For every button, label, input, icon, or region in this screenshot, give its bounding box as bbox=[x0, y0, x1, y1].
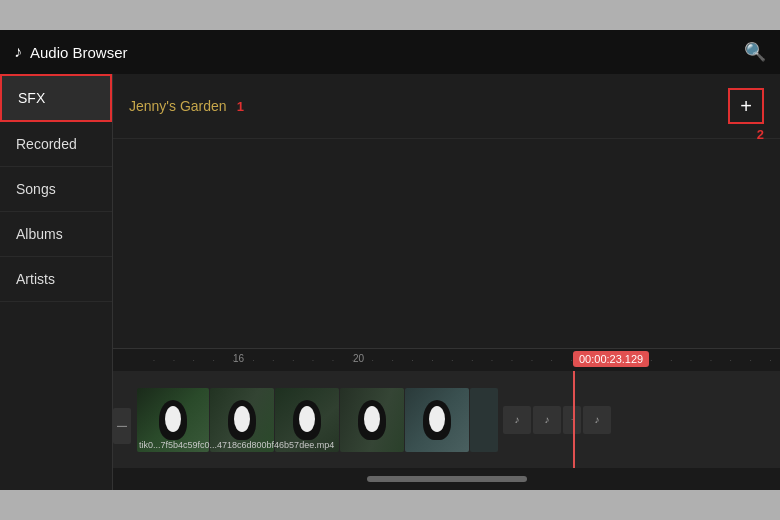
sidebar: SFX Recorded Songs Albums Artists bbox=[0, 74, 113, 490]
horizontal-scrollbar[interactable] bbox=[367, 476, 527, 482]
video-thumb-4-inner bbox=[340, 388, 404, 452]
timeline-ruler: 16 20 · · · · · · · · · · · · · · · · · … bbox=[113, 349, 780, 371]
track-name: Jenny's Garden bbox=[129, 98, 227, 114]
timeline-playhead bbox=[573, 371, 575, 468]
video-thumb-4 bbox=[340, 388, 404, 452]
video-thumb-5 bbox=[405, 388, 469, 452]
penguin-1 bbox=[159, 400, 187, 440]
video-thumb-2 bbox=[210, 388, 274, 452]
sidebar-label-recorded: Recorded bbox=[16, 136, 77, 152]
body: SFX Recorded Songs Albums Artists Jenny'… bbox=[0, 74, 780, 490]
penguin-3 bbox=[293, 400, 321, 440]
video-thumb-5-inner bbox=[405, 388, 469, 452]
video-track: tik0...7f5b4c59fc0...4718c6d800bf46b57de… bbox=[133, 386, 611, 454]
penguin-5 bbox=[423, 400, 451, 440]
video-thumb-6-inner bbox=[470, 388, 498, 452]
penguin-4 bbox=[358, 400, 386, 440]
sidebar-label-albums: Albums bbox=[16, 226, 63, 242]
timeline-content: ≡ bbox=[113, 371, 780, 468]
header-left: ♪ Audio Browser bbox=[14, 43, 128, 61]
sidebar-item-albums[interactable]: Albums bbox=[0, 212, 112, 257]
main-content: Jenny's Garden 1 + 2 16 20 bbox=[113, 74, 780, 490]
add-button-container: + 2 bbox=[728, 88, 764, 124]
sidebar-item-sfx[interactable]: SFX bbox=[0, 74, 112, 122]
content-area bbox=[113, 139, 780, 348]
sidebar-item-songs[interactable]: Songs bbox=[0, 167, 112, 212]
video-thumb-2-inner bbox=[210, 388, 274, 452]
annotation-2: 2 bbox=[757, 127, 764, 142]
penguin-2 bbox=[228, 400, 256, 440]
video-thumb-3 bbox=[275, 388, 339, 452]
video-thumb-1 bbox=[137, 388, 209, 452]
left-track-box-icon: | bbox=[117, 425, 128, 428]
timeline-timestamp: 00:00:23.129 bbox=[573, 351, 649, 367]
audio-icon: ♪ bbox=[14, 43, 22, 61]
header-bar: ♪ Audio Browser 🔍 bbox=[0, 30, 780, 74]
annotation-1: 1 bbox=[237, 99, 244, 114]
track-icon-2[interactable]: ♪ bbox=[533, 406, 561, 434]
app-window: ♪ Audio Browser 🔍 SFX Recorded Songs Alb… bbox=[0, 30, 780, 490]
timeline-area: 16 20 · · · · · · · · · · · · · · · · · … bbox=[113, 348, 780, 468]
video-thumb-6 bbox=[470, 388, 498, 452]
left-track-box[interactable]: | bbox=[113, 408, 131, 444]
sidebar-item-recorded[interactable]: Recorded bbox=[0, 122, 112, 167]
sidebar-item-artists[interactable]: Artists bbox=[0, 257, 112, 302]
ruler-track: 16 20 · · · · · · · · · · · · · · · · · … bbox=[133, 349, 780, 371]
sidebar-label-sfx: SFX bbox=[18, 90, 45, 106]
track-name-row: Jenny's Garden 1 bbox=[129, 98, 244, 114]
track-icon-3[interactable]: · bbox=[563, 406, 581, 434]
sidebar-label-artists: Artists bbox=[16, 271, 55, 287]
app-title: Audio Browser bbox=[30, 44, 128, 61]
video-thumb-3-inner bbox=[275, 388, 339, 452]
scrollbar-area bbox=[113, 468, 780, 490]
video-thumb-1-inner bbox=[137, 388, 209, 452]
track-icon-1[interactable]: ♪ bbox=[503, 406, 531, 434]
search-icon[interactable]: 🔍 bbox=[744, 41, 766, 63]
track-icon-4[interactable]: ♪ bbox=[583, 406, 611, 434]
add-track-button[interactable]: + bbox=[728, 88, 764, 124]
track-action-icons: ♪ ♪ · ♪ bbox=[503, 406, 611, 434]
content-header: Jenny's Garden 1 + 2 bbox=[113, 74, 780, 139]
ruler-dots: · · · · · · · · · · · · · · · · · · · · … bbox=[153, 357, 780, 364]
sidebar-label-songs: Songs bbox=[16, 181, 56, 197]
